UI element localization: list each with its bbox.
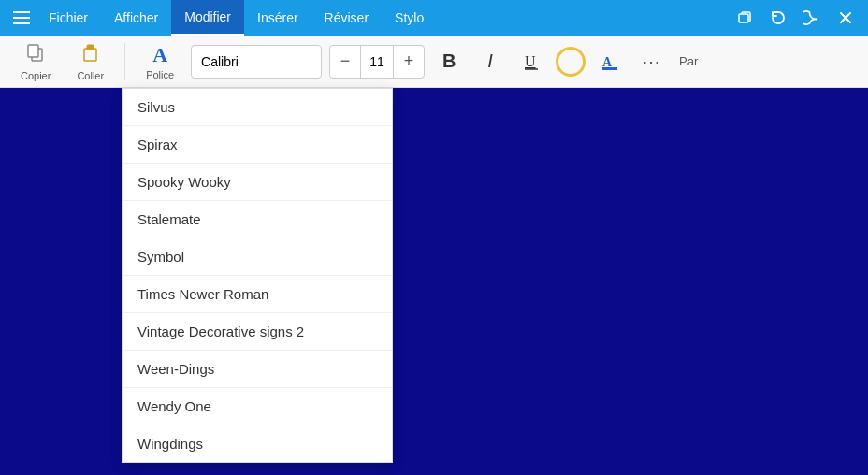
paste-button[interactable]: Coller: [67, 37, 113, 85]
font-color-button[interactable]: A: [593, 45, 627, 79]
bold-button[interactable]: B: [432, 45, 466, 79]
font-item-symbol[interactable]: Symbol: [123, 238, 392, 276]
font-selector[interactable]: Calibri: [191, 45, 322, 79]
menu-fichier[interactable]: Fichier: [36, 0, 101, 36]
font-item-stalemate[interactable]: Stalemate: [123, 201, 392, 238]
font-label: Police: [146, 69, 174, 80]
italic-button[interactable]: I: [473, 45, 507, 79]
font-name-display: Calibri: [201, 54, 239, 69]
font-icon: A: [152, 43, 167, 67]
title-bar: Fichier Afficher Modifier Insérer Révise…: [0, 0, 868, 36]
font-item-wendy-one[interactable]: Wendy One: [123, 388, 392, 425]
window-undo[interactable]: [763, 3, 793, 33]
menu-reviser[interactable]: Réviser: [311, 0, 382, 36]
toolbar: Copier Coller A Police Calibri − 11 + B …: [0, 36, 868, 88]
copy-icon: [24, 41, 47, 68]
font-size-value[interactable]: 11: [360, 45, 394, 79]
more-options-button[interactable]: ⋯: [634, 45, 668, 79]
menu-stylo[interactable]: Stylo: [382, 0, 437, 36]
underline-button[interactable]: U: [514, 45, 548, 79]
font-item-wingdings[interactable]: Wingdings: [123, 425, 392, 462]
svg-rect-4: [28, 45, 38, 57]
window-controls: [730, 3, 861, 33]
menu-inserer[interactable]: Insérer: [244, 0, 311, 36]
window-close[interactable]: [831, 3, 861, 33]
font-size-decrease[interactable]: −: [330, 45, 360, 79]
font-item-spirax[interactable]: Spirax: [123, 126, 392, 164]
svg-rect-6: [87, 45, 94, 50]
font-item-silvus[interactable]: Silvus: [123, 89, 392, 126]
svg-text:A: A: [602, 55, 613, 69]
window-moon[interactable]: [797, 3, 827, 33]
font-item-vintage-decorative[interactable]: Vintage Decorative signs 2: [123, 313, 392, 351]
menu-bar: Fichier Afficher Modifier Insérer Révise…: [36, 0, 730, 36]
font-item-spooky-wooky[interactable]: Spooky Wooky: [123, 164, 392, 201]
font-item-ween-dings[interactable]: Ween-Dings: [123, 351, 392, 388]
main-area: Silvus Spirax Spooky Wooky Stalemate Sym…: [0, 88, 868, 475]
svg-rect-5: [84, 49, 96, 61]
svg-text:U: U: [525, 53, 536, 69]
hamburger-menu[interactable]: [7, 0, 36, 36]
svg-rect-0: [739, 14, 748, 22]
svg-rect-10: [602, 67, 617, 70]
paste-label: Coller: [77, 70, 104, 81]
font-size-control: − 11 +: [329, 45, 425, 79]
font-style-button[interactable]: A Police: [137, 39, 183, 84]
font-dropdown: Silvus Spirax Spooky Wooky Stalemate Sym…: [122, 88, 393, 463]
par-label: Par: [679, 54, 698, 68]
menu-modifier[interactable]: Modifier: [171, 0, 244, 36]
font-item-times-newer-roman[interactable]: Times Newer Roman: [123, 276, 392, 313]
toolbar-separator-1: [124, 43, 125, 80]
highlight-button[interactable]: [556, 47, 586, 77]
menu-afficher[interactable]: Afficher: [101, 0, 171, 36]
copy-label: Copier: [21, 70, 51, 81]
font-size-increase[interactable]: +: [394, 45, 424, 79]
window-restore[interactable]: [730, 3, 760, 33]
copy-button[interactable]: Copier: [11, 37, 60, 85]
paste-icon: [80, 41, 102, 68]
